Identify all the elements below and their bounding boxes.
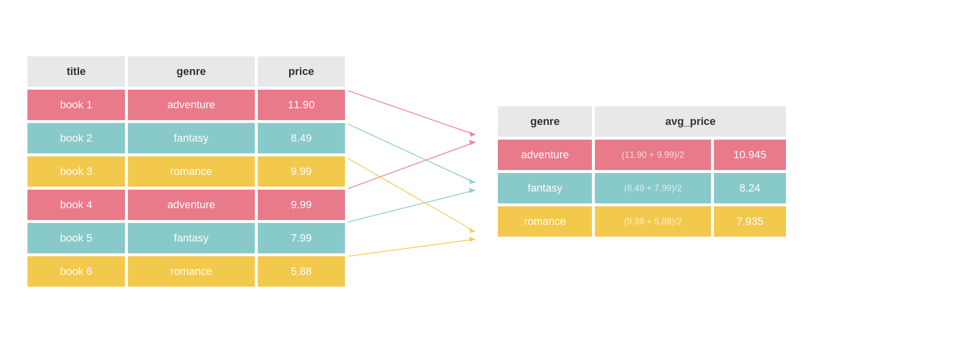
cell-price: 11.90: [258, 90, 345, 120]
svg-line-0: [348, 91, 475, 135]
source-table: title genre price book 1adventure11.90bo…: [24, 53, 348, 290]
cell-title: book 4: [27, 190, 125, 220]
cell-price: 7.99: [258, 223, 345, 253]
cell-title: book 3: [27, 156, 125, 187]
right-table-wrapper: genre avg_price adventure(11.90 + 9.99)/…: [495, 103, 789, 240]
header-row: title genre price: [27, 56, 345, 87]
result-col-header-avg-price: avg_price: [595, 106, 786, 137]
svg-marker-11: [469, 237, 475, 242]
table-row: book 3romance9.99: [27, 156, 345, 187]
svg-marker-5: [469, 178, 475, 184]
cell-genre: fantasy: [128, 223, 255, 253]
table-row: book 2fantasy8.49: [27, 123, 345, 153]
result-cell-value: 8.24: [714, 173, 786, 203]
arrows-section: [348, 37, 495, 306]
cell-price: 8.49: [258, 123, 345, 153]
svg-line-10: [348, 239, 475, 256]
cell-title: book 6: [27, 256, 125, 287]
result-cell-genre: adventure: [498, 140, 592, 170]
cell-genre: romance: [128, 256, 255, 287]
svg-line-2: [348, 142, 475, 189]
cell-title: book 1: [27, 90, 125, 120]
table-row: book 5fantasy7.99: [27, 223, 345, 253]
table-row: book 6romance5.88: [27, 256, 345, 287]
cell-genre: adventure: [128, 190, 255, 220]
col-header-title: title: [27, 56, 125, 87]
cell-genre: fantasy: [128, 123, 255, 153]
result-table: genre avg_price adventure(11.90 + 9.99)/…: [495, 103, 789, 240]
cell-title: book 2: [27, 123, 125, 153]
result-cell-formula: (9.99 + 5.88)/2: [595, 206, 710, 237]
result-col-header-genre: genre: [498, 106, 592, 137]
col-header-genre: genre: [128, 56, 255, 87]
result-row: adventure(11.90 + 9.99)/210.945: [498, 140, 786, 170]
result-cell-formula: (11.90 + 9.99)/2: [595, 140, 710, 170]
result-row: romance(9.99 + 5.88)/27.935: [498, 206, 786, 237]
left-table-wrapper: title genre price book 1adventure11.90bo…: [24, 53, 348, 290]
cell-genre: adventure: [128, 90, 255, 120]
arrows-svg: [348, 37, 495, 306]
result-row: fantasy(8.49 + 7.99)/28.24: [498, 173, 786, 203]
cell-title: book 5: [27, 223, 125, 253]
table-row: book 1adventure11.90: [27, 90, 345, 120]
col-header-price: price: [258, 56, 345, 87]
cell-price: 9.99: [258, 156, 345, 187]
result-cell-genre: fantasy: [498, 173, 592, 203]
cell-genre: romance: [128, 156, 255, 187]
result-cell-value: 10.945: [714, 140, 786, 170]
svg-marker-7: [469, 188, 475, 193]
main-container: title genre price book 1adventure11.90bo…: [24, 37, 956, 306]
table-row: book 4adventure9.99: [27, 190, 345, 220]
svg-line-4: [348, 124, 475, 183]
cell-price: 9.99: [258, 190, 345, 220]
svg-marker-9: [469, 227, 475, 233]
result-cell-value: 7.935: [714, 206, 786, 237]
result-cell-genre: romance: [498, 206, 592, 237]
cell-price: 5.88: [258, 256, 345, 287]
result-cell-formula: (8.49 + 7.99)/2: [595, 173, 710, 203]
result-header-row: genre avg_price: [498, 106, 786, 137]
